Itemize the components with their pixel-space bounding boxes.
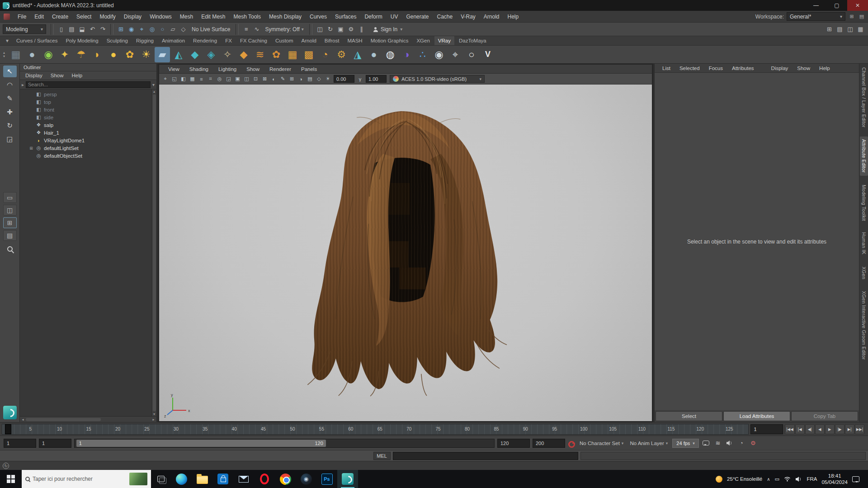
shelf-tool-7-icon[interactable]: ●: [106, 47, 121, 62]
viewport-canvas[interactable]: y x z: [159, 84, 652, 421]
character-set-selector[interactable]: No Character Set ▾: [578, 441, 625, 446]
ae-menu-list[interactable]: List: [658, 66, 675, 71]
tab-modeling-toolkit[interactable]: Modeling Toolkit: [860, 182, 868, 224]
image-plane-icon[interactable]: ≡: [197, 75, 206, 83]
menu-vray[interactable]: V-Ray: [457, 11, 480, 22]
shelf-tool-14-icon[interactable]: ✧: [220, 47, 235, 62]
shelf-tab-fx-caching[interactable]: FX Caching: [236, 36, 271, 45]
menu-create[interactable]: Create: [48, 11, 72, 22]
safe-action-icon[interactable]: ✎: [278, 75, 287, 83]
shelf-tool-21-icon[interactable]: ⚙: [334, 47, 349, 62]
resolution-gate-icon[interactable]: ⊡: [251, 75, 260, 83]
shelf-tab-fx[interactable]: FX: [222, 36, 236, 45]
shelf-tool-19-icon[interactable]: ▩: [301, 47, 316, 62]
scale-tool-icon[interactable]: ◲: [3, 133, 17, 145]
task-view-button[interactable]: [151, 470, 171, 488]
grid-toggle-icon[interactable]: ▣: [233, 75, 242, 83]
shelf-tab-rigging[interactable]: Rigging: [132, 36, 157, 45]
outliner-title[interactable]: Outliner: [20, 64, 156, 71]
select-tool-icon[interactable]: ↖: [3, 66, 17, 77]
snap-to-curve-icon[interactable]: ◉: [127, 24, 136, 34]
expand-icon[interactable]: ⊞: [29, 146, 33, 150]
menu-mesh[interactable]: Mesh: [176, 11, 197, 22]
tab-xgen-interactive-groom[interactable]: XGen Interactive Groom Editor: [860, 288, 868, 362]
shelf-tool-26-icon[interactable]: ∴: [415, 47, 430, 62]
shelf-tab-vray[interactable]: VRay: [434, 36, 454, 45]
layout-two-pane-icon[interactable]: ◫: [3, 205, 17, 216]
taskbar-app-steam[interactable]: ◉: [296, 470, 316, 488]
menu-modify[interactable]: Modify: [95, 11, 119, 22]
menu-arnold[interactable]: Arnold: [480, 11, 504, 22]
clock[interactable]: 18:41 05/04/2024: [821, 473, 848, 486]
shelf-tab-custom[interactable]: Custom: [272, 36, 297, 45]
render-sequence-icon[interactable]: ▣: [336, 24, 345, 34]
menu-curves[interactable]: Curves: [306, 11, 331, 22]
lasso-tool-icon[interactable]: ◠: [3, 79, 17, 91]
taskbar-search-input[interactable]: [33, 476, 127, 482]
network-icon[interactable]: [784, 476, 791, 482]
shelf-tool-11-icon[interactable]: ◭: [171, 47, 186, 62]
sidebar-toolsettings-icon[interactable]: ◫: [845, 24, 855, 34]
lock-camera-icon[interactable]: ◱: [170, 75, 179, 83]
weather-sun-icon[interactable]: [716, 476, 722, 483]
range-slider-track[interactable]: 1 120: [74, 439, 495, 448]
shelf-tab-sculpting[interactable]: Sculpting: [103, 36, 132, 45]
menu-deform[interactable]: Deform: [360, 11, 386, 22]
menu-display[interactable]: Display: [120, 11, 146, 22]
shelf-tool-8-icon[interactable]: ✿: [122, 47, 137, 62]
rotate-tool-icon[interactable]: ↻: [3, 120, 17, 131]
group-divider[interactable]: [110, 24, 113, 35]
shelf-tool-6-icon[interactable]: ◗: [90, 47, 105, 62]
shelf-tool-2-icon[interactable]: ●: [24, 47, 40, 62]
ae-menu-show[interactable]: Show: [793, 66, 814, 71]
grease-pencil-icon[interactable]: ◲: [224, 75, 233, 83]
viewport-menu-shading[interactable]: Shading: [185, 66, 213, 72]
shelf-tab-daztomaya[interactable]: DazToMaya: [455, 36, 490, 45]
playback-range-bar[interactable]: 1 120: [76, 440, 326, 447]
shelf-tab-mash[interactable]: MASH: [344, 36, 366, 45]
mel-toggle-button[interactable]: MEL: [373, 452, 391, 460]
gamma-field[interactable]: 1.00: [366, 75, 387, 83]
ipr-render-icon[interactable]: ↻: [326, 24, 335, 34]
taskbar-app-edge[interactable]: [171, 470, 192, 488]
shelf-tool-25-icon[interactable]: ◑: [399, 47, 414, 62]
menu-set-selector[interactable]: Modeling ▾: [3, 24, 46, 34]
volume-icon[interactable]: [795, 476, 802, 482]
2d-pan-zoom-icon[interactable]: ⌗: [206, 75, 215, 83]
minimize-button[interactable]: —: [806, 0, 826, 11]
taskbar-app-photoshop[interactable]: Ps: [316, 470, 337, 488]
time-slider-track[interactable]: 5 10 15 20 25 30 35 40 45 50 55 60 65 70…: [2, 424, 749, 435]
outliner-item-persp[interactable]: ◧ persp: [20, 90, 151, 98]
action-center-icon[interactable]: [852, 476, 859, 482]
ae-menu-help[interactable]: Help: [815, 66, 834, 71]
shelf-tool-9-icon[interactable]: ☀: [138, 47, 154, 62]
viewport-menu-view[interactable]: View: [164, 66, 184, 72]
load-attributes-button[interactable]: Load Attributes: [723, 411, 790, 421]
shelf-tool-30-icon[interactable]: V: [480, 47, 495, 62]
scroll-thumb[interactable]: [26, 418, 101, 421]
sidebar-attribute-editor-icon[interactable]: ▤: [835, 24, 844, 34]
textured-mode-icon[interactable]: ▤: [306, 75, 314, 83]
layout-custom-icon[interactable]: ▤: [3, 230, 17, 241]
playback-end-field[interactable]: 120: [497, 439, 530, 448]
cache-playback-icon[interactable]: ≋: [713, 439, 722, 448]
open-scene-icon[interactable]: ▤: [67, 24, 76, 34]
shelf-tool-1-icon[interactable]: ▦: [8, 47, 24, 62]
shelf-tool-4-icon[interactable]: ✦: [57, 47, 72, 62]
copy-tab-button[interactable]: Copy Tab: [791, 411, 858, 421]
viewport-menu-show[interactable]: Show: [242, 66, 264, 72]
outliner-menu-help[interactable]: Help: [68, 73, 86, 78]
gamma-icon[interactable]: γ: [356, 75, 364, 83]
outliner-item-front[interactable]: ◧ front: [20, 106, 151, 113]
hair-model[interactable]: [285, 103, 521, 399]
menu-mesh-tools[interactable]: Mesh Tools: [230, 11, 265, 22]
shelf-tool-23-icon[interactable]: ●: [366, 47, 382, 62]
whats-new-highlight-icon[interactable]: ↻: [3, 463, 9, 469]
animation-preferences-icon[interactable]: ◔: [737, 439, 746, 448]
playback-start-field[interactable]: 1: [39, 439, 71, 448]
tablet-icon[interactable]: ▭: [775, 476, 780, 482]
menu-uv[interactable]: UV: [387, 11, 402, 22]
field-chart-icon[interactable]: ◐: [269, 75, 278, 83]
camera-attributes-icon[interactable]: ◧: [179, 75, 188, 83]
outliner-item-salp[interactable]: ❖ salp: [20, 121, 151, 129]
